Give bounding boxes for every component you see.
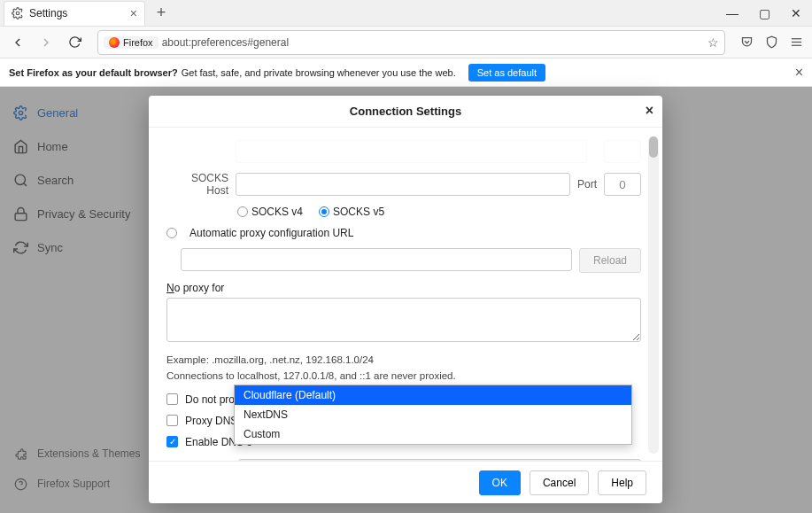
window-controls: — ▢ ✕ — [716, 1, 812, 26]
enable-dns-checkbox[interactable] — [166, 436, 178, 447]
ok-button[interactable]: OK — [479, 470, 521, 495]
dialog-header: Connection Settings × — [149, 96, 662, 128]
address-bar[interactable]: Firefox about:preferences#general ☆ — [97, 30, 725, 55]
cancel-button[interactable]: Cancel — [530, 470, 589, 495]
reload-button[interactable]: Reload — [579, 248, 641, 273]
banner-bold: Set Firefox as your default browser? — [9, 67, 178, 78]
default-browser-banner: Set Firefox as your default browser? Get… — [0, 58, 812, 87]
dialog-title: Connection Settings — [350, 105, 461, 118]
port-input-partial[interactable] — [604, 140, 641, 163]
pocket-icon[interactable] — [736, 32, 757, 53]
dropdown-option-nextdns[interactable]: NextDNS — [235, 405, 631, 424]
new-tab-button[interactable]: + — [149, 1, 174, 26]
localhost-hint: Connections to localhost, 127.0.0.1/8, a… — [166, 368, 641, 384]
browser-tab[interactable]: Settings × — [4, 1, 145, 26]
minimize-button[interactable]: — — [716, 1, 748, 26]
firefox-chip: Firefox — [104, 36, 159, 49]
tab-title: Settings — [29, 7, 130, 19]
banner-close-icon[interactable]: × — [795, 65, 803, 81]
forward-button[interactable] — [34, 30, 58, 55]
dialog-footer: OK Cancel Help — [149, 461, 662, 503]
banner-text: Get fast, safe, and private browsing whe… — [182, 67, 456, 78]
close-icon[interactable]: × — [130, 6, 137, 20]
socks-host-label: SOCKS Host — [166, 172, 228, 197]
gear-icon — [12, 7, 24, 19]
maximize-button[interactable]: ▢ — [748, 1, 780, 26]
dialog-close-icon[interactable]: × — [646, 103, 653, 119]
socks-host-input[interactable] — [236, 173, 570, 196]
nav-bar: Firefox about:preferences#general ☆ — [0, 27, 812, 58]
set-default-button[interactable]: Set as default — [468, 64, 545, 82]
svg-point-0 — [16, 12, 19, 15]
no-prompt-checkbox[interactable] — [166, 393, 178, 405]
provider-select[interactable]: Cloudflare (Default) ⌄ — [238, 459, 641, 461]
socks-v4-radio[interactable]: SOCKS v4 — [237, 206, 303, 218]
auto-config-url-input[interactable] — [181, 248, 572, 271]
dialog-scrollbar[interactable] — [648, 136, 659, 454]
provider-dropdown: Cloudflare (Default) NextDNS Custom — [234, 385, 632, 445]
no-proxy-label: No proxy for — [166, 282, 641, 294]
firefox-icon — [109, 37, 120, 48]
proxy-input-partial[interactable] — [236, 140, 587, 163]
back-button[interactable] — [5, 30, 30, 55]
no-proxy-textarea[interactable] — [166, 298, 641, 342]
hamburger-icon[interactable] — [785, 32, 807, 53]
shield-icon[interactable] — [761, 32, 782, 53]
bookmark-star-icon[interactable]: ☆ — [708, 35, 719, 50]
dropdown-option-cloudflare[interactable]: Cloudflare (Default) — [235, 385, 631, 405]
help-button[interactable]: Help — [598, 470, 646, 495]
reload-button[interactable] — [62, 30, 87, 55]
auto-config-radio[interactable] — [166, 228, 177, 238]
auto-config-label: Automatic proxy configuration URL — [189, 227, 353, 239]
proxy-dns-checkbox[interactable] — [166, 415, 178, 426]
socks-v5-radio[interactable]: SOCKS v5 — [319, 206, 384, 218]
url-text: about:preferences#general — [162, 36, 704, 49]
dropdown-option-custom[interactable]: Custom — [235, 424, 631, 444]
example-hint: Example: .mozilla.org, .net.nz, 192.168.… — [166, 352, 641, 368]
socks-port-input[interactable] — [604, 173, 641, 196]
tab-bar: Settings × + — ▢ ✕ — [0, 0, 812, 27]
window-close-button[interactable]: ✕ — [780, 1, 812, 26]
firefox-chip-label: Firefox — [123, 37, 153, 48]
port-label: Port — [577, 178, 597, 190]
